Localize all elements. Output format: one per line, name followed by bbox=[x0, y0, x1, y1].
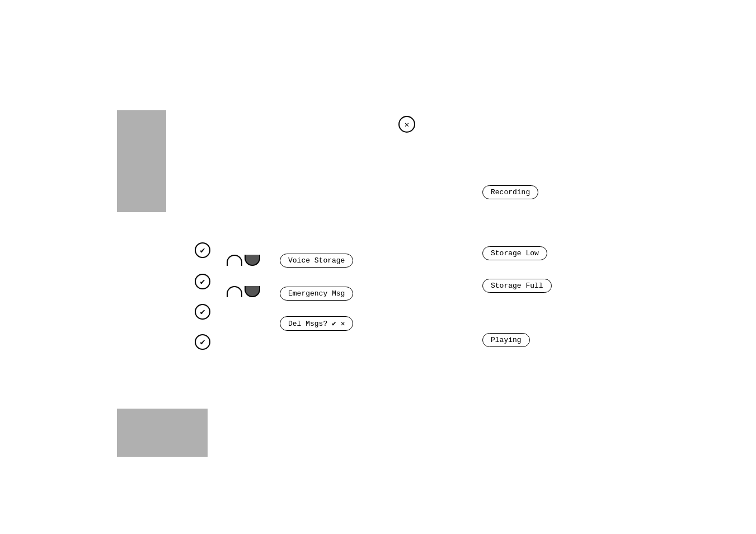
check-icon-4: ✔ bbox=[200, 337, 205, 348]
gray-rect-tall bbox=[117, 110, 166, 212]
check-icon-2: ✔ bbox=[200, 277, 205, 287]
check-icon-3: ✔ bbox=[200, 307, 205, 317]
recording-button[interactable]: Recording bbox=[482, 185, 538, 199]
check-circle-4[interactable]: ✔ bbox=[195, 334, 210, 350]
oval-down-2 bbox=[245, 286, 260, 297]
page-container: ✕ Recording Storage Low Storage Full Pla… bbox=[0, 0, 756, 534]
oval-up-2 bbox=[227, 286, 242, 297]
gray-rect-wide bbox=[117, 409, 208, 457]
oval-down-1 bbox=[245, 255, 260, 266]
voice-storage-button[interactable]: Voice Storage bbox=[280, 254, 353, 268]
check-circle-1[interactable]: ✔ bbox=[195, 242, 210, 258]
oval-up-1 bbox=[227, 255, 242, 266]
check-circle-2[interactable]: ✔ bbox=[195, 274, 210, 289]
storage-full-button[interactable]: Storage Full bbox=[482, 279, 552, 293]
x-circle-button[interactable]: ✕ bbox=[398, 116, 415, 133]
storage-low-button[interactable]: Storage Low bbox=[482, 246, 547, 260]
del-msgs-button[interactable]: Del Msgs? ✔ ✕ bbox=[280, 316, 353, 331]
check-circle-3[interactable]: ✔ bbox=[195, 304, 210, 320]
check-icon-1: ✔ bbox=[200, 245, 205, 256]
x-icon: ✕ bbox=[405, 120, 409, 129]
playing-button[interactable]: Playing bbox=[482, 333, 530, 347]
emergency-msg-button[interactable]: Emergency Msg bbox=[280, 287, 353, 301]
